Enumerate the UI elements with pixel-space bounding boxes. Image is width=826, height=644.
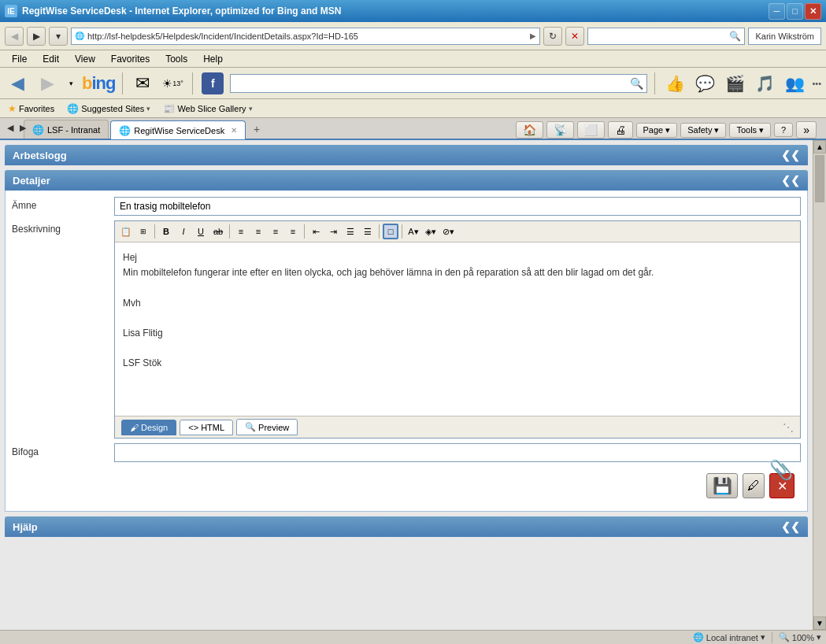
rte-border-button[interactable]: □ — [383, 224, 398, 239]
tab-nav-left[interactable]: ◀ — [5, 122, 16, 134]
detaljer-header[interactable]: Detaljer ❮❮ — [5, 170, 808, 191]
menu-favorites[interactable]: Favorites — [104, 51, 157, 67]
suggested-icon: 🌐 — [67, 103, 79, 114]
weather-icon-button[interactable]: ☀13° — [160, 71, 185, 96]
forward-button[interactable]: ▶ — [27, 27, 46, 46]
like-icon-button[interactable]: 👍 — [662, 71, 687, 96]
print-preview-button[interactable]: ⬜ — [577, 121, 605, 139]
web-slice-icon: 📰 — [163, 103, 175, 114]
rte-align-full-button[interactable]: ≡ — [285, 224, 301, 239]
toolbar-more-button[interactable]: ••• — [812, 79, 821, 88]
menu-tools[interactable]: Tools — [158, 51, 194, 67]
rte-content[interactable]: Hej Min mobiltelefon fungerar inte efter… — [115, 242, 800, 416]
beskrivning-row: Beskrivning 📋 ⊞ B I U ab — [12, 220, 801, 439]
search-button[interactable]: 🔍 — [729, 31, 741, 42]
address-input[interactable] — [87, 31, 527, 41]
page-button[interactable]: Page ▾ — [636, 123, 678, 138]
web-slice-label: Web Slice Gallery — [177, 104, 246, 113]
new-tab-button[interactable]: + — [247, 120, 266, 139]
search-input[interactable] — [591, 31, 726, 41]
scrollbar[interactable]: ▲ ▼ — [813, 140, 826, 630]
tab-lsf-intranat[interactable]: 🌐 LSF - Intranat — [24, 120, 109, 139]
maximize-button[interactable]: □ — [787, 3, 803, 20]
arbetslogg-collapse-button[interactable]: ❮❮ — [781, 149, 800, 161]
facebook-icon-button[interactable]: f — [200, 71, 225, 96]
back-large-button[interactable]: ◀ — [5, 71, 30, 96]
mail-icon-button[interactable]: ✉ — [130, 71, 155, 96]
rte-tab-design[interactable]: 🖌 Design — [121, 420, 176, 435]
favorites-button[interactable]: ★ Favorites — [5, 102, 57, 116]
amne-input[interactable] — [114, 197, 801, 216]
rss-button[interactable]: 📡 — [546, 121, 574, 139]
music-icon-button[interactable]: 🎵 — [752, 71, 777, 96]
detaljer-collapse-button[interactable]: ❮❮ — [781, 174, 800, 187]
scroll-thumb[interactable] — [815, 155, 824, 202]
scroll-up-button[interactable]: ▲ — [813, 140, 826, 154]
tab-regitwise[interactable]: 🌐 RegitWise ServiceDesk ✕ — [110, 120, 246, 139]
rte-tab-html[interactable]: <> HTML — [180, 420, 233, 435]
close-button[interactable]: ✕ — [805, 3, 821, 20]
expand-button[interactable]: » — [796, 121, 817, 139]
rte-format-button[interactable]: ⊞ — [135, 224, 151, 239]
rte-list-unordered-button[interactable]: ☰ — [343, 224, 358, 239]
suggested-sites-button[interactable]: 🌐 Suggested Sites ▾ — [64, 102, 154, 116]
print-button[interactable]: 🖨 — [608, 121, 633, 139]
menu-view[interactable]: View — [68, 51, 102, 67]
rte-italic-button[interactable]: I — [176, 224, 191, 239]
rte-style-button[interactable]: ⊘▾ — [440, 224, 456, 239]
rte-line1: Hej — [123, 250, 792, 265]
toolbar-search-input[interactable] — [234, 78, 630, 89]
tab-close-button[interactable]: ✕ — [231, 126, 237, 135]
menu-file[interactable]: File — [5, 51, 34, 67]
rte-preview-icon: 🔍 — [245, 422, 256, 432]
rte-underline-button[interactable]: U — [193, 224, 209, 239]
rte-paste-button[interactable]: 📋 — [118, 224, 134, 239]
hjalp-collapse-button[interactable]: ❮❮ — [781, 520, 800, 533]
toolbar-search-button[interactable]: 🔍 — [630, 77, 643, 90]
stop-button[interactable]: ✕ — [565, 27, 584, 46]
menu-bar: File Edit View Favorites Tools Help — [0, 50, 826, 68]
menu-edit[interactable]: Edit — [35, 51, 66, 67]
help-button[interactable]: ? — [774, 123, 793, 137]
detaljer-body: Ämne Beskrivning 📋 ⊞ — [5, 191, 808, 512]
toolbar-separator — [122, 72, 123, 94]
menu-help[interactable]: Help — [196, 51, 230, 67]
go-button[interactable]: ▶ — [530, 31, 536, 40]
video-icon-button[interactable]: 🎬 — [722, 71, 747, 96]
rte-bold-button[interactable]: B — [158, 224, 174, 239]
rte-highlight-button[interactable]: ◈▾ — [423, 224, 439, 239]
tools-button[interactable]: Tools ▾ — [729, 123, 771, 138]
people-icon-button[interactable]: 👥 — [782, 71, 807, 96]
rte-align-center-button[interactable]: ≡ — [250, 224, 266, 239]
rte-indent-left-button[interactable]: ⇤ — [308, 224, 324, 239]
rte-align-left-button[interactable]: ≡ — [233, 224, 249, 239]
rte-text-color-button[interactable]: A▾ — [406, 224, 421, 239]
paperclip-icon[interactable]: 📎 — [766, 456, 796, 483]
dropdown-button[interactable]: ▾ — [49, 27, 68, 46]
tab-lsf-label: LSF - Intranat — [47, 125, 100, 135]
favorites-bar: ★ Favorites 🌐 Suggested Sites ▾ 📰 Web Sl… — [0, 99, 826, 118]
rte-resize-handle[interactable]: ⋱ — [783, 421, 794, 434]
web-slice-button[interactable]: 📰 Web Slice Gallery ▾ — [160, 102, 255, 116]
scroll-down-button[interactable]: ▼ — [813, 616, 826, 630]
attach-input[interactable] — [118, 447, 797, 458]
rte-list-ordered-button[interactable]: ☰ — [360, 224, 376, 239]
refresh-button[interactable]: ↻ — [543, 27, 562, 46]
home-button[interactable]: 🏠 — [516, 121, 543, 139]
minimize-button[interactable]: ─ — [769, 3, 785, 20]
status-zone: 🌐 Local intranet ▾ — [693, 632, 765, 642]
chat-icon-button[interactable]: 💬 — [692, 71, 717, 96]
toolbar-dropdown-button[interactable]: ▾ — [65, 71, 77, 96]
back-button[interactable]: ◀ — [5, 27, 24, 46]
save-btn-2[interactable]: 🖊 — [743, 473, 765, 498]
arbetslogg-header[interactable]: Arbetslogg ❮❮ — [5, 145, 808, 165]
save-button[interactable]: 💾 — [706, 473, 738, 498]
rte-indent-right-button[interactable]: ⇥ — [325, 224, 341, 239]
rte-strikethrough-button[interactable]: ab — [210, 224, 226, 239]
rte-align-right-button[interactable]: ≡ — [268, 224, 283, 239]
rte-tab-preview[interactable]: 🔍 Preview — [236, 419, 298, 435]
hjalp-header[interactable]: Hjälp ❮❮ — [5, 516, 808, 537]
tab-nav-right[interactable]: ▶ — [17, 122, 28, 134]
forward-large-button[interactable]: ▶ — [35, 71, 60, 96]
safety-button[interactable]: Safety ▾ — [680, 123, 726, 138]
